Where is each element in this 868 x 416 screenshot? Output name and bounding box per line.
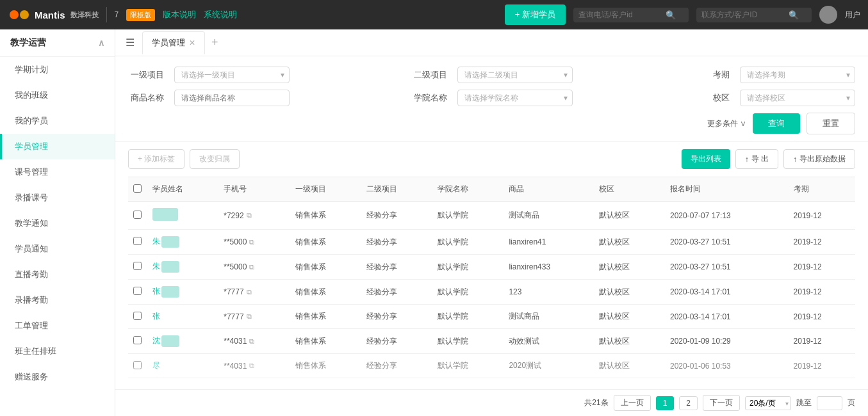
export-icon: ↑ xyxy=(745,155,749,164)
tab-close-icon[interactable]: ✕ xyxy=(189,38,195,47)
col-header-regtime: 报名时间 xyxy=(665,177,789,202)
phone-search-input[interactable] xyxy=(578,10,662,19)
row-checkbox xyxy=(128,280,147,305)
table-body: *7292 ⧉ 销售体系 经验分享 默认学院 测试商品 默认校区 2020-07… xyxy=(128,202,855,378)
sidebar-item-homeroom[interactable]: 班主任排班 xyxy=(0,339,115,364)
sidebar-item-studentnotice[interactable]: 学员通知 xyxy=(0,236,115,262)
row-name: 朱 xyxy=(147,255,218,280)
filter-label-project1: 一级项目 xyxy=(128,69,164,81)
page-1-button[interactable]: 1 xyxy=(656,396,675,410)
logo-area: Mantis 数泽科技 xyxy=(8,3,99,26)
table-row: *7292 ⧉ 销售体系 经验分享 默认学院 测试商品 默认校区 2020-07… xyxy=(128,202,855,230)
table-row: 张 *7777 ⧉ 销售体系 经验分享 默认学院 测试商品 默认校区 xyxy=(128,305,855,329)
sidebar-section-header: 教学运营 ∧ xyxy=(0,29,115,57)
sidebar-item-studentmgmt[interactable]: 学员管理 xyxy=(0,134,115,159)
system-notes-link[interactable]: 系统说明 xyxy=(204,9,237,20)
sidebar-item-myclass[interactable]: 我的班级 xyxy=(0,83,115,108)
sidebar-item-liveattend[interactable]: 直播考勤 xyxy=(0,262,115,287)
search-icon2[interactable]: 🔍 xyxy=(789,10,799,20)
sidebar-item-recordattend[interactable]: 录播考勤 xyxy=(0,287,115,313)
col-header-phone: 手机号 xyxy=(218,177,290,202)
row-phone: **4031 ⧉ xyxy=(218,354,290,378)
college-select-wrapper: 请选择学院名称 xyxy=(457,90,573,106)
filter-row-2: 商品名称 学院名称 请选择学院名称 校区 请选择校区 xyxy=(128,90,855,106)
table-row: 张 *7777 ⧉ 销售体系 经验分享 默认学院 123 默认校区 xyxy=(128,280,855,305)
search-icon[interactable]: 🔍 xyxy=(666,10,676,20)
query-button[interactable]: 查询 xyxy=(753,113,800,134)
version-notes-link[interactable]: 版本说明 xyxy=(163,9,196,20)
next-page-button[interactable]: 下一页 xyxy=(703,395,740,411)
prev-page-button[interactable]: 上一页 xyxy=(614,395,651,411)
sidebar-item-workorder[interactable]: 工单管理 xyxy=(0,313,115,339)
export-button[interactable]: ↑ 导 出 xyxy=(735,149,778,169)
copy-icon[interactable]: ⧉ xyxy=(247,288,252,296)
select-all-checkbox[interactable] xyxy=(133,184,142,193)
tab-add-icon[interactable]: + xyxy=(208,36,222,49)
sidebar-item-gift[interactable]: 赠送服务 xyxy=(0,364,115,390)
export-raw-button[interactable]: ↑ 导出原始数据 xyxy=(783,149,855,169)
phone-search-box: 🔍 xyxy=(573,8,689,22)
row-project2: 经验分享 xyxy=(361,202,432,230)
export-raw-icon: ↑ xyxy=(793,155,797,164)
row-phone: *7777 ⧉ xyxy=(218,305,290,329)
sidebar-item-semester[interactable]: 学期计划 xyxy=(0,57,115,83)
period-select[interactable]: 请选择考期 xyxy=(740,67,855,83)
jump-page-input[interactable] xyxy=(817,396,842,410)
change-owner-button[interactable]: 改变归属 xyxy=(190,149,240,169)
tab-studentmgmt[interactable]: 学员管理 ✕ xyxy=(142,31,205,54)
more-conditions-link[interactable]: 更多条件 ∨ xyxy=(707,118,746,129)
row-checkbox xyxy=(128,230,147,255)
project2-select-wrapper: 请选择二级项目 xyxy=(457,67,573,83)
tab-bar: ☰ 学员管理 ✕ + xyxy=(115,29,868,56)
row-checkbox xyxy=(128,354,147,378)
project1-select[interactable]: 请选择一级项目 xyxy=(174,67,290,83)
filter-actions: 更多条件 ∨ 查询 重置 xyxy=(128,113,855,134)
user-id-badge: 7 xyxy=(115,10,119,19)
row-name: 朱 xyxy=(147,230,218,255)
row-regtime: 2020-07-07 17:13 xyxy=(665,202,789,230)
col-header-name: 学员姓名 xyxy=(147,177,218,202)
add-student-button[interactable]: + 新增学员 xyxy=(505,4,566,25)
sidebar-item-mystudents[interactable]: 我的学员 xyxy=(0,108,115,134)
per-page-wrapper: 20条/页 50条/页 100条/页 xyxy=(745,396,791,410)
copy-icon[interactable]: ⧉ xyxy=(249,263,254,271)
row-name: 沈 xyxy=(147,329,218,354)
campus-select[interactable]: 请选择校区 xyxy=(740,90,855,106)
project2-select[interactable]: 请选择二级项目 xyxy=(457,67,573,83)
sidebar-item-recorded[interactable]: 录播课号 xyxy=(0,185,115,211)
copy-icon[interactable]: ⧉ xyxy=(247,312,252,321)
contact-search-input[interactable] xyxy=(701,10,785,19)
copy-icon[interactable]: ⧉ xyxy=(249,337,254,346)
sidebar-item-teachnotice[interactable]: 教学通知 xyxy=(0,211,115,236)
col-header-project2: 二级项目 xyxy=(361,177,432,202)
reset-button[interactable]: 重置 xyxy=(807,113,855,134)
add-tag-button[interactable]: + 添加标签 xyxy=(128,149,184,169)
row-period: 2019-12 xyxy=(789,202,855,230)
col-header-project1: 一级项目 xyxy=(290,177,361,202)
product-name-input[interactable] xyxy=(174,90,290,106)
main-content: ☰ 学员管理 ✕ + 一级项目 请选择一级项目 二级项目 请选择 xyxy=(115,29,868,416)
toolbar-right: 导出列表 ↑ 导 出 ↑ 导出原始数据 xyxy=(682,149,855,169)
total-count: 共21条 xyxy=(584,397,608,408)
avatar xyxy=(819,6,837,24)
copy-icon[interactable]: ⧉ xyxy=(249,362,254,370)
college-select[interactable]: 请选择学院名称 xyxy=(457,90,573,106)
col-header-college: 学院名称 xyxy=(432,177,504,202)
row-checkbox xyxy=(128,329,147,354)
per-page-select[interactable]: 20条/页 50条/页 100条/页 xyxy=(745,396,791,410)
version-badge: 限板版 xyxy=(126,9,155,21)
copy-icon[interactable]: ⧉ xyxy=(247,211,252,220)
export-list-button[interactable]: 导出列表 xyxy=(682,149,730,169)
row-phone: **4031 ⧉ xyxy=(218,329,290,354)
tab-menu-icon[interactable]: ☰ xyxy=(126,36,135,49)
page-2-button[interactable]: 2 xyxy=(679,396,698,410)
logo-icon xyxy=(8,3,31,26)
row-checkbox xyxy=(128,305,147,329)
row-phone: **5000 ⧉ xyxy=(218,255,290,280)
sidebar-item-coursenumber[interactable]: 课号管理 xyxy=(0,159,115,185)
copy-icon[interactable]: ⧉ xyxy=(249,238,254,246)
toolbar-left: + 添加标签 改变归属 xyxy=(128,149,240,169)
sidebar-collapse-icon[interactable]: ∧ xyxy=(98,38,104,48)
page-unit-label: 页 xyxy=(848,397,855,408)
project1-select-wrapper: 请选择一级项目 xyxy=(174,67,290,83)
